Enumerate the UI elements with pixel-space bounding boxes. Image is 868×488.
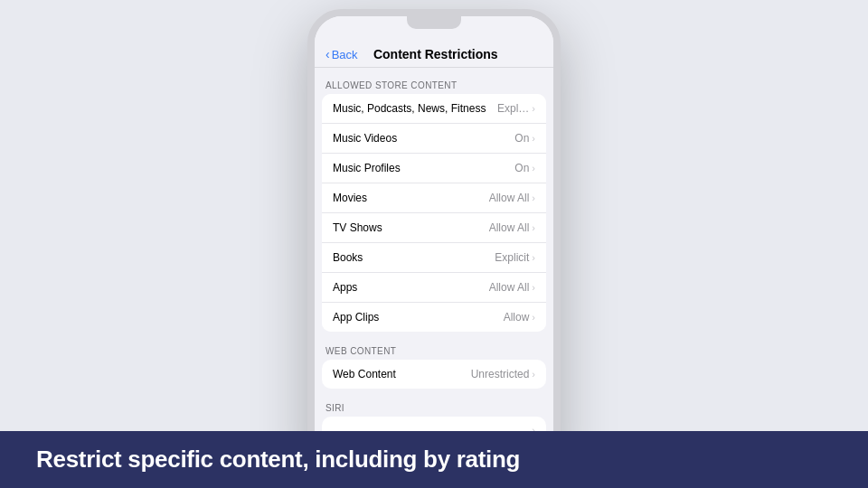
item-label: TV Shows [333,221,382,234]
item-label: App Clips [333,311,379,324]
phone-top-bar [315,16,553,42]
list-item-music-profiles[interactable]: Music Profiles On › [322,154,546,183]
item-right: Allow All › [489,192,535,204]
list-item-apps[interactable]: Apps Allow All › [322,273,546,303]
item-value: Allow All [489,221,530,234]
list-item-tv-shows[interactable]: TV Shows Allow All › [322,213,546,243]
back-label: Back [332,48,358,61]
item-label: Web Content [333,368,396,380]
chevron-right-icon: › [532,103,535,114]
item-right: Unrestricted › [471,368,535,380]
list-item-web-content[interactable]: Web Content Unrestricted › [322,360,546,389]
item-value: Allow [504,311,530,324]
chevron-right-icon: › [532,163,535,174]
page-title: Content Restrictions [358,47,514,61]
chevron-right-icon: › [532,282,535,293]
phone-shell: ‹ Back Content Restrictions ALLOWED STOR… [307,9,561,479]
nav-bar: ‹ Back Content Restrictions [315,42,553,68]
item-value: On [514,162,529,174]
item-label: Apps [333,281,357,294]
section-header-store: ALLOWED STORE CONTENT [315,75,553,94]
list-container: ALLOWED STORE CONTENT Music, Podcasts, N… [315,68,553,472]
allowed-store-content-group: Music, Podcasts, News, Fitness Expl… › M… [322,94,546,332]
item-right: Expl… › [497,102,535,115]
item-value: Allow All [489,192,530,204]
screen-content: ‹ Back Content Restrictions ALLOWED STOR… [315,42,553,472]
back-button[interactable]: ‹ Back [326,47,358,61]
chevron-right-icon: › [532,192,535,203]
section-header-siri: SIRI [315,398,553,417]
item-label: Books [333,251,363,264]
chevron-right-icon: › [532,133,535,144]
list-item-books[interactable]: Books Explicit › [322,243,546,273]
caption-text: Restrict specific content, including by … [36,446,520,474]
item-right: Allow All › [489,221,535,234]
item-right: Allow All › [489,281,535,294]
web-content-group: Web Content Unrestricted › [322,360,546,389]
caption-bar: Restrict specific content, including by … [0,431,868,488]
chevron-right-icon: › [532,369,535,380]
item-label: Movies [333,192,367,204]
list-item-app-clips[interactable]: App Clips Allow › [322,303,546,332]
item-right: On › [514,162,535,174]
chevron-right-icon: › [532,252,535,263]
item-label: Music Profiles [333,162,401,174]
list-item-movies[interactable]: Movies Allow All › [322,183,546,213]
item-label: Music Videos [333,132,397,145]
notch [407,16,461,29]
item-right: Explicit › [495,251,535,264]
item-value: On [514,132,529,145]
chevron-right-icon: › [532,222,535,233]
section-header-web: WEB CONTENT [315,341,553,360]
list-item-music-videos[interactable]: Music Videos On › [322,124,546,154]
item-right: On › [514,132,535,145]
item-value: Unrestricted [471,368,530,380]
item-label: Music, Podcasts, News, Fitness [333,102,486,115]
item-value: Allow All [489,281,530,294]
back-chevron-icon: ‹ [326,47,330,61]
item-right: Allow › [504,311,535,324]
list-item-music-podcasts[interactable]: Music, Podcasts, News, Fitness Expl… › [322,94,546,124]
item-value: Explicit [495,251,529,264]
chevron-right-icon: › [532,312,535,323]
item-value: Expl… [497,102,529,115]
